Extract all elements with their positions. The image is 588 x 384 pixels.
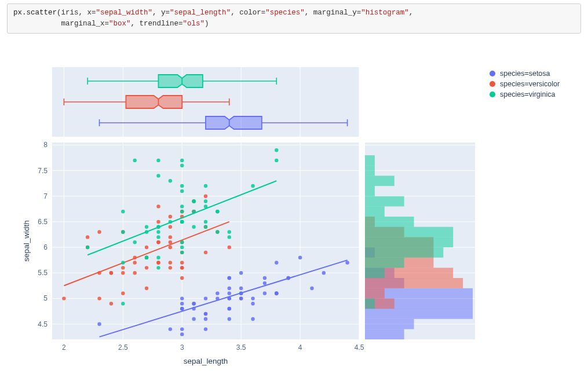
histogram-bar[interactable] bbox=[365, 217, 414, 227]
scatter-point[interactable] bbox=[192, 302, 195, 305]
scatter-point[interactable] bbox=[180, 297, 184, 300]
histogram-bar[interactable] bbox=[365, 196, 404, 207]
histogram-bar[interactable] bbox=[365, 268, 385, 278]
scatter-point[interactable] bbox=[180, 327, 184, 331]
scatter-point[interactable] bbox=[121, 210, 125, 213]
scatter-point[interactable] bbox=[180, 204, 184, 208]
scatter-point[interactable] bbox=[121, 230, 125, 233]
scatter-point[interactable] bbox=[228, 291, 231, 295]
scatter-point[interactable] bbox=[216, 210, 219, 213]
scatter-point[interactable] bbox=[133, 271, 136, 275]
plotly-figure[interactable]: 22.533.544.54.555.566.577.58sepal_length… bbox=[17, 64, 574, 374]
scatter-point[interactable] bbox=[228, 276, 231, 280]
scatter-point[interactable] bbox=[180, 307, 184, 310]
scatter-point[interactable] bbox=[156, 240, 160, 244]
scatter-point[interactable] bbox=[275, 261, 278, 264]
scatter-point[interactable] bbox=[180, 261, 184, 264]
scatter-point[interactable] bbox=[322, 271, 326, 275]
scatter-point[interactable] bbox=[121, 291, 125, 295]
scatter-point[interactable] bbox=[192, 317, 195, 320]
scatter-point[interactable] bbox=[169, 266, 172, 269]
scatter-point[interactable] bbox=[97, 230, 101, 233]
scatter-point[interactable] bbox=[345, 261, 349, 264]
histogram-bar[interactable] bbox=[365, 319, 414, 330]
scatter-point[interactable] bbox=[180, 189, 184, 193]
scatter-point[interactable] bbox=[180, 276, 184, 280]
scatter-point[interactable] bbox=[216, 291, 219, 295]
histogram-bar[interactable] bbox=[365, 175, 395, 186]
scatter-point[interactable] bbox=[204, 199, 207, 203]
marginal-x-panel[interactable] bbox=[52, 67, 359, 137]
scatter-point[interactable] bbox=[156, 204, 160, 208]
scatter-point[interactable] bbox=[97, 297, 101, 300]
scatter-point[interactable] bbox=[169, 179, 172, 182]
scatter-point[interactable] bbox=[228, 230, 231, 233]
scatter-point[interactable] bbox=[275, 148, 278, 152]
scatter-series[interactable] bbox=[62, 195, 231, 306]
scatter-point[interactable] bbox=[86, 235, 89, 239]
scatter-point[interactable] bbox=[156, 261, 160, 264]
legend[interactable]: species=setosaspecies=versicolorspecies=… bbox=[490, 70, 560, 101]
scatter-point[interactable] bbox=[180, 164, 184, 167]
histogram-bar[interactable] bbox=[365, 227, 453, 237]
scatter-point[interactable] bbox=[180, 184, 184, 188]
scatter-point[interactable] bbox=[121, 271, 125, 275]
scatter-point[interactable] bbox=[169, 235, 172, 239]
scatter-point[interactable] bbox=[263, 276, 266, 280]
scatter-point[interactable] bbox=[228, 307, 231, 310]
scatter-point[interactable] bbox=[275, 291, 278, 295]
scatter-point[interactable] bbox=[156, 159, 160, 162]
scatter-point[interactable] bbox=[204, 312, 207, 316]
scatter-point[interactable] bbox=[204, 297, 207, 300]
scatter-point[interactable] bbox=[275, 159, 278, 162]
scatter-point[interactable] bbox=[310, 286, 313, 290]
histogram-bar[interactable] bbox=[365, 278, 463, 288]
scatter-point[interactable] bbox=[121, 266, 125, 269]
scatter-point[interactable] bbox=[145, 286, 148, 290]
scatter-point[interactable] bbox=[145, 225, 148, 229]
scatter-point[interactable] bbox=[133, 261, 136, 264]
scatter-point[interactable] bbox=[121, 261, 125, 264]
scatter-point[interactable] bbox=[156, 220, 160, 224]
scatter-point[interactable] bbox=[86, 246, 89, 249]
scatter-point[interactable] bbox=[145, 256, 148, 259]
scatter-point[interactable] bbox=[62, 297, 65, 300]
scatter-point[interactable] bbox=[156, 174, 160, 177]
histogram-bar[interactable] bbox=[365, 288, 385, 299]
scatter-point[interactable] bbox=[180, 240, 184, 244]
scatter-point[interactable] bbox=[109, 302, 113, 305]
histogram-bar[interactable] bbox=[365, 329, 404, 339]
histogram-bar[interactable] bbox=[365, 186, 375, 196]
scatter-point[interactable] bbox=[204, 251, 207, 254]
scatter-point[interactable] bbox=[251, 297, 254, 300]
scatter-point[interactable] bbox=[180, 251, 184, 254]
legend-item[interactable]: species=virginica bbox=[490, 90, 560, 98]
scatter-point[interactable] bbox=[180, 246, 184, 249]
histogram-bar[interactable] bbox=[365, 247, 443, 258]
scatter-point[interactable] bbox=[263, 281, 266, 285]
scatter-point[interactable] bbox=[145, 266, 148, 269]
scatter-point[interactable] bbox=[133, 240, 136, 244]
scatter-point[interactable] bbox=[192, 199, 195, 203]
scatter-point[interactable] bbox=[169, 225, 172, 229]
scatter-panel[interactable] bbox=[52, 142, 359, 339]
histogram-bar[interactable] bbox=[365, 237, 453, 247]
scatter-point[interactable] bbox=[204, 184, 207, 188]
scatter-point[interactable] bbox=[228, 235, 231, 239]
scatter-point[interactable] bbox=[204, 225, 207, 229]
scatter-point[interactable] bbox=[109, 271, 113, 275]
scatter-point[interactable] bbox=[97, 322, 101, 326]
legend-item[interactable]: species=versicolor bbox=[490, 80, 560, 88]
scatter-point[interactable] bbox=[169, 261, 172, 264]
scatter-point[interactable] bbox=[263, 291, 266, 295]
scatter-point[interactable] bbox=[228, 286, 231, 290]
scatter-point[interactable] bbox=[251, 317, 254, 320]
scatter-point[interactable] bbox=[156, 230, 160, 233]
scatter-point[interactable] bbox=[180, 210, 184, 213]
scatter-point[interactable] bbox=[156, 235, 160, 239]
scatter-point[interactable] bbox=[239, 271, 243, 275]
scatter-point[interactable] bbox=[180, 220, 184, 224]
scatter-point[interactable] bbox=[169, 215, 172, 218]
scatter-point[interactable] bbox=[239, 297, 243, 300]
scatter-point[interactable] bbox=[251, 184, 254, 188]
